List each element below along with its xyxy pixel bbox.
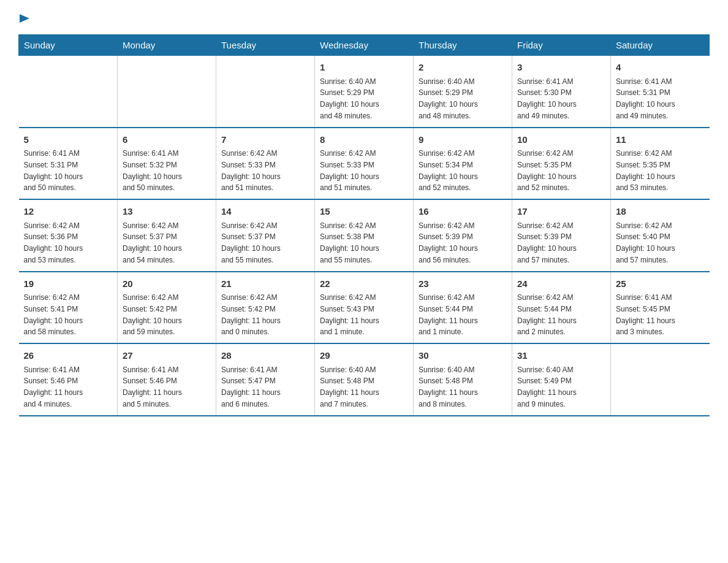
calendar-cell: 3Sunrise: 6:41 AMSunset: 5:30 PMDaylight… xyxy=(512,56,611,128)
calendar-cell: 25Sunrise: 6:41 AMSunset: 5:45 PMDayligh… xyxy=(611,272,710,344)
calendar-cell: 21Sunrise: 6:42 AMSunset: 5:42 PMDayligh… xyxy=(216,272,315,344)
calendar-cell: 24Sunrise: 6:42 AMSunset: 5:44 PMDayligh… xyxy=(512,272,611,344)
day-info: Sunrise: 6:42 AMSunset: 5:37 PMDaylight:… xyxy=(221,221,281,264)
day-number: 22 xyxy=(320,277,408,291)
day-info: Sunrise: 6:41 AMSunset: 5:31 PMDaylight:… xyxy=(24,149,83,192)
calendar-cell xyxy=(19,56,118,128)
calendar-cell: 31Sunrise: 6:40 AMSunset: 5:49 PMDayligh… xyxy=(512,343,611,416)
day-number: 12 xyxy=(24,205,113,219)
calendar-cell: 8Sunrise: 6:42 AMSunset: 5:33 PMDaylight… xyxy=(315,128,414,200)
calendar-cell: 22Sunrise: 6:42 AMSunset: 5:43 PMDayligh… xyxy=(315,272,414,344)
day-number: 11 xyxy=(616,133,705,147)
calendar-cell: 2Sunrise: 6:40 AMSunset: 5:29 PMDaylight… xyxy=(414,56,512,128)
day-number: 3 xyxy=(517,61,605,75)
calendar-cell: 6Sunrise: 6:41 AMSunset: 5:32 PMDaylight… xyxy=(118,128,216,200)
day-number: 2 xyxy=(419,61,507,75)
day-info: Sunrise: 6:42 AMSunset: 5:42 PMDaylight:… xyxy=(221,293,281,336)
day-info: Sunrise: 6:42 AMSunset: 5:37 PMDaylight:… xyxy=(123,221,182,264)
day-number: 5 xyxy=(24,133,113,147)
day-info: Sunrise: 6:42 AMSunset: 5:36 PMDaylight:… xyxy=(24,221,83,264)
day-info: Sunrise: 6:41 AMSunset: 5:45 PMDaylight:… xyxy=(616,293,675,336)
calendar-cell: 13Sunrise: 6:42 AMSunset: 5:37 PMDayligh… xyxy=(118,199,216,272)
calendar-cell: 11Sunrise: 6:42 AMSunset: 5:35 PMDayligh… xyxy=(611,128,710,200)
day-info: Sunrise: 6:41 AMSunset: 5:46 PMDaylight:… xyxy=(24,366,83,408)
day-info: Sunrise: 6:40 AMSunset: 5:29 PMDaylight:… xyxy=(419,77,478,120)
calendar-week-3: 19Sunrise: 6:42 AMSunset: 5:41 PMDayligh… xyxy=(19,272,710,344)
header-thursday: Thursday xyxy=(414,35,512,56)
day-info: Sunrise: 6:41 AMSunset: 5:30 PMDaylight:… xyxy=(517,77,577,120)
calendar-cell: 14Sunrise: 6:42 AMSunset: 5:37 PMDayligh… xyxy=(216,199,315,272)
day-info: Sunrise: 6:41 AMSunset: 5:31 PMDaylight:… xyxy=(616,77,675,120)
header-saturday: Saturday xyxy=(611,35,710,56)
calendar-week-2: 12Sunrise: 6:42 AMSunset: 5:36 PMDayligh… xyxy=(19,199,710,272)
logo xyxy=(18,12,32,22)
day-info: Sunrise: 6:41 AMSunset: 5:32 PMDaylight:… xyxy=(123,149,182,192)
day-number: 15 xyxy=(320,205,408,219)
calendar-cell xyxy=(216,56,315,128)
calendar-cell: 20Sunrise: 6:42 AMSunset: 5:42 PMDayligh… xyxy=(118,272,216,344)
day-info: Sunrise: 6:42 AMSunset: 5:34 PMDaylight:… xyxy=(419,149,478,192)
day-info: Sunrise: 6:40 AMSunset: 5:48 PMDaylight:… xyxy=(320,366,379,408)
day-info: Sunrise: 6:42 AMSunset: 5:35 PMDaylight:… xyxy=(616,149,675,192)
day-info: Sunrise: 6:42 AMSunset: 5:33 PMDaylight:… xyxy=(221,149,281,192)
day-number: 31 xyxy=(517,349,605,363)
day-info: Sunrise: 6:42 AMSunset: 5:39 PMDaylight:… xyxy=(517,221,577,264)
calendar-week-4: 26Sunrise: 6:41 AMSunset: 5:46 PMDayligh… xyxy=(19,343,710,416)
calendar-cell: 17Sunrise: 6:42 AMSunset: 5:39 PMDayligh… xyxy=(512,199,611,272)
calendar-cell: 1Sunrise: 6:40 AMSunset: 5:29 PMDaylight… xyxy=(315,56,414,128)
day-number: 17 xyxy=(517,205,605,219)
day-info: Sunrise: 6:42 AMSunset: 5:39 PMDaylight:… xyxy=(419,221,478,264)
day-number: 16 xyxy=(419,205,507,219)
day-info: Sunrise: 6:41 AMSunset: 5:47 PMDaylight:… xyxy=(221,366,281,408)
day-number: 1 xyxy=(320,61,408,75)
calendar-week-0: 1Sunrise: 6:40 AMSunset: 5:29 PMDaylight… xyxy=(19,56,710,128)
day-number: 14 xyxy=(221,205,309,219)
day-number: 6 xyxy=(123,133,211,147)
day-number: 24 xyxy=(517,277,605,291)
calendar-cell xyxy=(118,56,216,128)
header-friday: Friday xyxy=(512,35,611,56)
day-number: 4 xyxy=(616,61,705,75)
day-number: 20 xyxy=(123,277,211,291)
calendar-cell: 5Sunrise: 6:41 AMSunset: 5:31 PMDaylight… xyxy=(19,128,118,200)
calendar-cell: 23Sunrise: 6:42 AMSunset: 5:44 PMDayligh… xyxy=(414,272,512,344)
calendar-cell: 10Sunrise: 6:42 AMSunset: 5:35 PMDayligh… xyxy=(512,128,611,200)
day-number: 29 xyxy=(320,349,408,363)
day-info: Sunrise: 6:42 AMSunset: 5:40 PMDaylight:… xyxy=(616,221,675,264)
day-info: Sunrise: 6:42 AMSunset: 5:43 PMDaylight:… xyxy=(320,293,379,336)
calendar-cell: 4Sunrise: 6:41 AMSunset: 5:31 PMDaylight… xyxy=(611,56,710,128)
day-info: Sunrise: 6:42 AMSunset: 5:44 PMDaylight:… xyxy=(517,293,577,336)
day-info: Sunrise: 6:42 AMSunset: 5:41 PMDaylight:… xyxy=(24,293,83,336)
day-info: Sunrise: 6:42 AMSunset: 5:38 PMDaylight:… xyxy=(320,221,379,264)
calendar-cell: 19Sunrise: 6:42 AMSunset: 5:41 PMDayligh… xyxy=(19,272,118,344)
day-number: 13 xyxy=(123,205,211,219)
calendar-header-row: SundayMondayTuesdayWednesdayThursdayFrid… xyxy=(19,35,710,56)
calendar-cell: 29Sunrise: 6:40 AMSunset: 5:48 PMDayligh… xyxy=(315,343,414,416)
day-number: 23 xyxy=(419,277,507,291)
calendar-table: SundayMondayTuesdayWednesdayThursdayFrid… xyxy=(18,34,710,416)
calendar-cell: 18Sunrise: 6:42 AMSunset: 5:40 PMDayligh… xyxy=(611,199,710,272)
calendar-cell: 15Sunrise: 6:42 AMSunset: 5:38 PMDayligh… xyxy=(315,199,414,272)
day-info: Sunrise: 6:40 AMSunset: 5:29 PMDaylight:… xyxy=(320,77,379,120)
day-number: 21 xyxy=(221,277,309,291)
day-info: Sunrise: 6:42 AMSunset: 5:44 PMDaylight:… xyxy=(419,293,478,336)
calendar-cell: 26Sunrise: 6:41 AMSunset: 5:46 PMDayligh… xyxy=(19,343,118,416)
day-info: Sunrise: 6:42 AMSunset: 5:33 PMDaylight:… xyxy=(320,149,379,192)
calendar-cell: 28Sunrise: 6:41 AMSunset: 5:47 PMDayligh… xyxy=(216,343,315,416)
calendar-cell: 12Sunrise: 6:42 AMSunset: 5:36 PMDayligh… xyxy=(19,199,118,272)
logo-arrow-icon xyxy=(20,12,32,25)
calendar-cell: 16Sunrise: 6:42 AMSunset: 5:39 PMDayligh… xyxy=(414,199,512,272)
day-number: 10 xyxy=(517,133,605,147)
header-monday: Monday xyxy=(118,35,216,56)
day-number: 30 xyxy=(419,349,507,363)
calendar-cell: 27Sunrise: 6:41 AMSunset: 5:46 PMDayligh… xyxy=(118,343,216,416)
calendar-cell xyxy=(611,343,710,416)
day-number: 7 xyxy=(221,133,309,147)
day-info: Sunrise: 6:42 AMSunset: 5:35 PMDaylight:… xyxy=(517,149,577,192)
day-number: 26 xyxy=(24,349,113,363)
day-number: 28 xyxy=(221,349,309,363)
day-number: 8 xyxy=(320,133,408,147)
day-number: 19 xyxy=(24,277,113,291)
calendar-cell: 7Sunrise: 6:42 AMSunset: 5:33 PMDaylight… xyxy=(216,128,315,200)
calendar-cell: 9Sunrise: 6:42 AMSunset: 5:34 PMDaylight… xyxy=(414,128,512,200)
